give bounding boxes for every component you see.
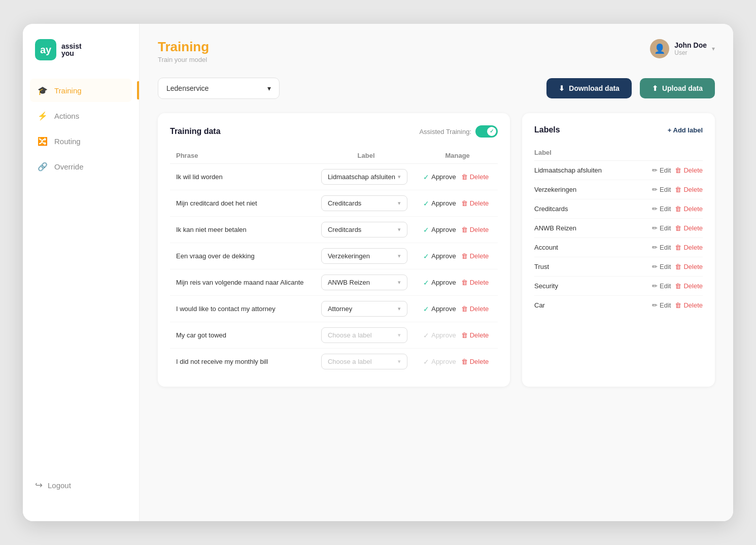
dataset-dropdown[interactable]: Ledenservice ▾ <box>158 78 280 99</box>
label-delete-button-1[interactable]: 🗑Delete <box>675 186 703 193</box>
sidebar-item-training[interactable]: 🎓 Training <box>30 79 132 102</box>
label-delete-button-5[interactable]: 🗑Delete <box>675 263 703 270</box>
label-cell-1: Creditcards▾ <box>315 190 417 217</box>
trash-icon: 🗑 <box>461 226 468 233</box>
sidebar-bottom: ↪ Logout <box>23 474 139 506</box>
table-row: Een vraag over de dekkingVerzekeringen▾✓… <box>170 243 498 269</box>
delete-button-2[interactable]: 🗑Delete <box>461 226 489 233</box>
delete-button-1[interactable]: 🗑Delete <box>461 199 489 207</box>
label-delete-button-3[interactable]: 🗑Delete <box>675 224 703 232</box>
assisted-training-toggle[interactable] <box>475 125 498 138</box>
sidebar-item-override[interactable]: 🔗 Override <box>30 155 132 178</box>
upload-icon: ⬆ <box>652 84 658 92</box>
download-data-button[interactable]: ⬇ Download data <box>546 78 632 98</box>
check-icon: ✓ <box>423 173 429 181</box>
trash-icon: 🗑 <box>461 252 468 260</box>
label-actions-7: ✏Edit🗑Delete <box>631 296 703 315</box>
label-edit-button-2[interactable]: ✏Edit <box>652 205 671 213</box>
label-select-4[interactable]: ANWB Reizen▾ <box>321 275 407 290</box>
trash-icon: 🗑 <box>461 305 468 313</box>
approve-button-7[interactable]: ✓Approve <box>423 358 456 366</box>
pencil-icon: ✏ <box>652 224 658 232</box>
approve-button-1[interactable]: ✓Approve <box>423 199 456 208</box>
label-select-3[interactable]: Verzekeringen▾ <box>321 248 407 264</box>
logout-button[interactable]: ↪ Logout <box>35 474 127 496</box>
label-name-3: ANWB Reizen <box>534 219 631 238</box>
label-select-5[interactable]: Attorney▾ <box>321 301 407 317</box>
add-label-text: + Add label <box>668 126 703 134</box>
delete-button-6[interactable]: 🗑Delete <box>461 331 489 339</box>
label-delete-button-0[interactable]: 🗑Delete <box>675 166 703 174</box>
delete-button-3[interactable]: 🗑Delete <box>461 252 489 260</box>
label-edit-button-3[interactable]: ✏Edit <box>652 224 671 232</box>
download-icon: ⬇ <box>559 84 565 92</box>
upload-data-button[interactable]: ⬆ Upload data <box>640 78 715 98</box>
label-select-7[interactable]: Choose a label▾ <box>321 354 407 369</box>
app-logo-icon: ay <box>35 39 56 60</box>
table-row: Mijn creditcard doet het nietCreditcards… <box>170 190 498 217</box>
labels-col-label: Label <box>534 145 631 161</box>
label-edit-button-4[interactable]: ✏Edit <box>652 244 671 251</box>
label-select-2[interactable]: Creditcards▾ <box>321 222 407 237</box>
labels-panel-header: Labels + Add label <box>534 125 703 134</box>
label-delete-button-6[interactable]: 🗑Delete <box>675 282 703 290</box>
label-edit-button-0[interactable]: ✏Edit <box>652 166 671 174</box>
label-delete-button-2[interactable]: 🗑Delete <box>675 205 703 213</box>
table-row: I did not receive my monthly billChoose … <box>170 349 498 375</box>
label-edit-button-6[interactable]: ✏Edit <box>652 282 671 290</box>
label-name-2: Creditcards <box>534 199 631 219</box>
user-info[interactable]: 👤 John Doe User ▾ <box>650 39 715 58</box>
approve-button-3[interactable]: ✓Approve <box>423 252 456 260</box>
download-label: Download data <box>569 84 620 92</box>
table-row: I would like to contact my attorneyAttor… <box>170 296 498 322</box>
add-label-button[interactable]: + Add label <box>668 126 703 134</box>
nav-menu: 🎓 Training ⚡ Actions 🔀 Routing 🔗 Overrid… <box>23 79 139 474</box>
check-icon: ✓ <box>423 331 429 339</box>
chevron-down-icon: ▾ <box>712 45 715 52</box>
sidebar-item-routing-label: Routing <box>54 137 81 146</box>
label-delete-button-7[interactable]: 🗑Delete <box>675 301 703 309</box>
user-role: User <box>674 49 707 56</box>
list-item: Creditcards✏Edit🗑Delete <box>534 199 703 219</box>
sidebar-item-routing[interactable]: 🔀 Routing <box>30 129 132 153</box>
delete-button-0[interactable]: 🗑Delete <box>461 173 489 181</box>
page-subtitle: Train your model <box>158 56 209 63</box>
delete-button-7[interactable]: 🗑Delete <box>461 358 489 365</box>
trash-icon: 🗑 <box>675 263 681 270</box>
label-select-1[interactable]: Creditcards▾ <box>321 195 407 211</box>
phrase-cell-6: My car got towed <box>170 322 315 349</box>
approve-button-0[interactable]: ✓Approve <box>423 173 456 181</box>
sidebar-item-actions-label: Actions <box>54 112 79 120</box>
sidebar-item-actions[interactable]: ⚡ Actions <box>30 104 132 127</box>
logout-icon: ↪ <box>35 480 43 491</box>
label-select-0[interactable]: Lidmaatschap afsluiten▾ <box>321 169 407 185</box>
actions-icon: ⚡ <box>37 110 48 121</box>
avatar: 👤 <box>650 39 669 58</box>
label-edit-button-7[interactable]: ✏Edit <box>652 301 671 309</box>
trash-icon: 🗑 <box>675 205 681 213</box>
approve-button-5[interactable]: ✓Approve <box>423 305 456 313</box>
label-cell-0: Lidmaatschap afsluiten▾ <box>315 164 417 190</box>
manage-cell-0: ✓Approve🗑Delete <box>417 164 498 190</box>
col-manage: Manage <box>417 148 498 164</box>
list-item: Security✏Edit🗑Delete <box>534 277 703 296</box>
label-actions-4: ✏Edit🗑Delete <box>631 238 703 257</box>
content-area: Training data Assisted Training: Phrase … <box>158 113 715 387</box>
delete-button-4[interactable]: 🗑Delete <box>461 279 489 286</box>
label-cell-4: ANWB Reizen▾ <box>315 269 417 296</box>
trash-icon: 🗑 <box>675 186 681 193</box>
phrase-cell-3: Een vraag over de dekking <box>170 243 315 269</box>
delete-button-5[interactable]: 🗑Delete <box>461 305 489 313</box>
approve-button-2[interactable]: ✓Approve <box>423 226 456 234</box>
user-details: John Doe User <box>674 41 707 56</box>
label-edit-button-5[interactable]: ✏Edit <box>652 263 671 270</box>
label-edit-button-1[interactable]: ✏Edit <box>652 186 671 193</box>
check-icon: ✓ <box>423 199 429 208</box>
training-table: Phrase Label Manage Ik wil lid wordenLid… <box>170 148 498 374</box>
approve-button-6[interactable]: ✓Approve <box>423 331 456 339</box>
label-select-6[interactable]: Choose a label▾ <box>321 327 407 343</box>
approve-button-4[interactable]: ✓Approve <box>423 279 456 287</box>
label-delete-button-4[interactable]: 🗑Delete <box>675 244 703 251</box>
col-label: Label <box>315 148 417 164</box>
upload-label: Upload data <box>662 84 703 92</box>
